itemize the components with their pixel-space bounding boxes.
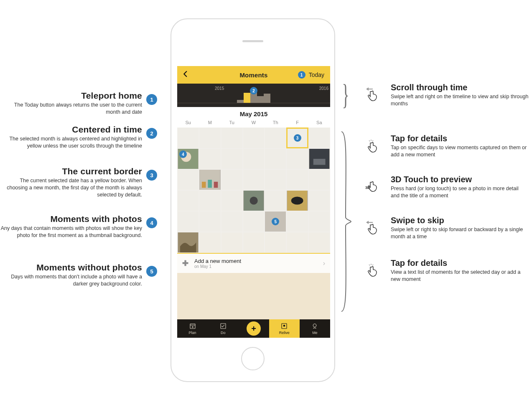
back-button[interactable] <box>177 69 194 80</box>
callout-badge-3: 3 <box>294 134 301 142</box>
dow-m: M <box>199 120 221 125</box>
calendar-cell[interactable] <box>221 169 243 190</box>
dow-sa: Sa <box>308 120 330 125</box>
calendar-cell[interactable] <box>308 169 330 190</box>
add-fab[interactable]: + <box>247 321 261 336</box>
annotation-heading: 3D Touch to preview <box>391 175 529 184</box>
home-button[interactable] <box>241 347 265 370</box>
calendar-cell[interactable] <box>199 148 221 169</box>
tab-plan[interactable]: Plan <box>177 319 208 338</box>
callout-badge-5: 5 <box>272 218 279 225</box>
calendar-cell[interactable] <box>265 148 286 169</box>
calendar-cell[interactable] <box>243 127 265 148</box>
annotation-body: Days with moments that don't include a p… <box>0 273 142 288</box>
chevron-right-icon: › <box>323 260 325 267</box>
calendar-cell-photo[interactable] <box>286 190 308 211</box>
calendar-cell[interactable] <box>177 211 199 232</box>
today-button[interactable]: 1 Today <box>298 71 330 79</box>
calendar-cell[interactable] <box>265 127 286 148</box>
calendar-cell[interactable] <box>177 127 199 148</box>
calendar-cell[interactable] <box>221 148 243 169</box>
calendar-cell-selected[interactable]: 3 <box>286 127 308 148</box>
swipe-icon <box>364 86 380 102</box>
annotation-heading: The current border <box>0 166 142 176</box>
calendar-cell[interactable] <box>177 169 199 190</box>
calendar-cell-photo[interactable] <box>177 232 199 253</box>
tab-add[interactable]: + <box>238 319 269 338</box>
app-header: Moments 1 Today <box>177 66 330 84</box>
calendar-cell-photo[interactable]: 4 <box>177 148 199 169</box>
tab-label: Plan <box>189 331 196 335</box>
tap-icon <box>364 137 380 154</box>
dow-tu: Tu <box>221 120 243 125</box>
annotation-swipe-skip: Swipe to skip Swipe left or right to ski… <box>391 216 529 240</box>
annotation-body: Press hard (or long touch) to see a phot… <box>391 185 529 199</box>
calendar-cell[interactable] <box>243 232 265 253</box>
calendar-cell[interactable] <box>199 232 221 253</box>
calendar-cell[interactable] <box>286 148 308 169</box>
calendar-cell[interactable] <box>286 232 308 253</box>
thumbnail-icon <box>243 191 264 211</box>
calendar-cell[interactable] <box>243 211 265 232</box>
calendar-cell[interactable] <box>243 148 265 169</box>
calendar-grid[interactable]: 3 4 <box>177 127 330 253</box>
annotation-centered: Centered in time The selected month is a… <box>0 125 142 150</box>
calendar-cell[interactable] <box>177 190 199 211</box>
calendar-cell[interactable] <box>221 190 243 211</box>
calendar-cell[interactable] <box>308 232 330 253</box>
calendar-cell-no-photo[interactable]: 5 <box>265 211 286 232</box>
annotation-without-photos: Moments without photos Days with moments… <box>0 263 142 288</box>
annotation-body: Any days that contain moments with photo… <box>0 225 142 239</box>
3d-touch-icon: 3D <box>364 178 380 195</box>
calendar-cell[interactable] <box>308 211 330 232</box>
calendar-cell[interactable] <box>221 127 243 148</box>
calendar-cell[interactable] <box>265 169 286 190</box>
callout-badge-4: 4 <box>179 150 187 158</box>
svg-point-20 <box>313 324 317 327</box>
callout-2: 2 <box>146 128 157 139</box>
calendar-cell[interactable] <box>286 169 308 190</box>
plus-icon: + <box>251 324 256 334</box>
calendar-cell-photo[interactable] <box>199 169 221 190</box>
add-moment-row[interactable]: ✚ Add a new moment on May 1 › <box>177 254 330 273</box>
head-icon <box>311 322 318 330</box>
brace-icon: } <box>342 80 349 110</box>
calendar-cell[interactable] <box>265 232 286 253</box>
timeline[interactable]: 2015 2016 2 <box>177 84 330 107</box>
annotation-heading: Teleport home <box>0 91 142 101</box>
svg-point-9 <box>249 196 257 204</box>
tab-do[interactable]: Do <box>208 319 238 338</box>
annotation-body: Swipe left or right to skip forward or b… <box>391 226 529 240</box>
calendar-cell[interactable] <box>199 211 221 232</box>
svg-rect-6 <box>208 180 212 188</box>
calendar-cell[interactable] <box>308 127 330 148</box>
callout-4: 4 <box>146 217 157 228</box>
calendar-cell[interactable] <box>243 169 265 190</box>
chevron-left-icon <box>182 70 189 78</box>
calendar-cell-photo[interactable] <box>243 190 265 211</box>
calendar-cell[interactable] <box>308 190 330 211</box>
annotation-heading: Tap for details <box>391 258 529 268</box>
timeline-year-left: 2015 <box>215 86 224 91</box>
annotation-body: The selected month is always centered an… <box>0 135 142 150</box>
dow-th: Th <box>265 120 286 125</box>
add-moment-title: Add a new moment <box>194 258 241 264</box>
calendar-cell[interactable] <box>265 190 286 211</box>
thumbnail-icon <box>287 191 308 211</box>
callout-badge-1: 1 <box>298 71 305 79</box>
calendar-cell[interactable] <box>221 232 243 253</box>
calendar-cell[interactable] <box>286 211 308 232</box>
calendar-cell-photo[interactable] <box>308 148 330 169</box>
tab-me[interactable]: Me <box>300 319 330 338</box>
annotation-body: Swipe left and right on the timeline to … <box>391 93 529 107</box>
annotation-scroll-time: Scroll through time Swipe left and right… <box>391 83 529 107</box>
annotation-3d-touch: 3D Touch to preview Press hard (or long … <box>391 175 529 199</box>
tab-label: Me <box>312 331 318 335</box>
calendar-cell[interactable] <box>199 190 221 211</box>
tab-relive[interactable]: Relive <box>269 319 300 338</box>
calendar-cell[interactable] <box>221 211 243 232</box>
day-of-week-row: Su M Tu W Th F Sa <box>177 119 330 127</box>
annotation-body: The Today button always returns the user… <box>0 102 142 116</box>
brace-icon <box>339 130 352 314</box>
calendar-cell[interactable] <box>199 127 221 148</box>
